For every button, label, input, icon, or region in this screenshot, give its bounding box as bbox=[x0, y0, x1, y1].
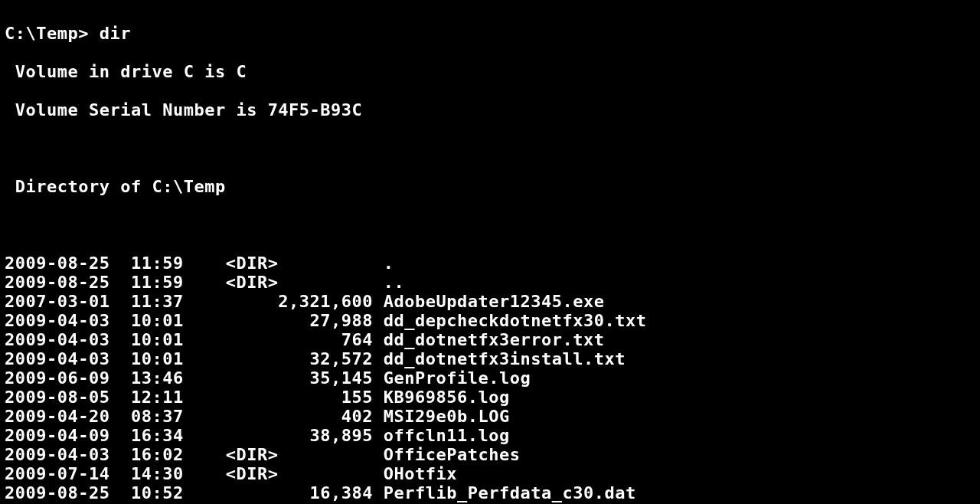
listing-row: 2009-07-14 14:30 <DIR> OHotfix bbox=[5, 464, 975, 483]
serial-line: Volume Serial Number is 74F5-B93C bbox=[5, 100, 975, 119]
typed-command: dir bbox=[100, 24, 131, 43]
volume-line: Volume in drive C is C bbox=[5, 62, 975, 81]
listing-row: 2009-04-03 10:01 27,988 dd_depcheckdotne… bbox=[5, 311, 975, 330]
listing-row: 2009-04-20 08:37 402 MSI29e0b.LOG bbox=[5, 407, 975, 426]
blank-line bbox=[5, 139, 975, 158]
listing-row: 2009-08-25 11:59 <DIR> . bbox=[5, 254, 975, 273]
listing-row: 2009-08-05 12:11 155 KB969856.log bbox=[5, 388, 975, 407]
terminal-output[interactable]: C:\Temp> dir Volume in drive C is C Volu… bbox=[0, 0, 980, 504]
listing-row: 2009-08-25 11:59 <DIR> .. bbox=[5, 273, 975, 292]
blank-line bbox=[5, 215, 975, 234]
listing-row: 2009-04-03 10:01 764 dd_dotnetfx3error.t… bbox=[5, 330, 975, 349]
listing-row: 2009-08-25 10:52 16,384 Perflib_Perfdata… bbox=[5, 483, 975, 502]
listing-row: 2007-03-01 11:37 2,321,600 AdobeUpdater1… bbox=[5, 292, 975, 311]
directory-of-line: Directory of C:\Temp bbox=[5, 177, 975, 196]
file-listing: 2009-08-25 11:59 <DIR> .2009-08-25 11:59… bbox=[5, 254, 975, 504]
prompt: C:\Temp> bbox=[5, 24, 100, 43]
listing-row: 2009-06-09 13:46 35,145 GenProfile.log bbox=[5, 368, 975, 388]
listing-row: 2009-04-09 16:34 38,895 offcln11.log bbox=[5, 426, 975, 445]
listing-row: 2009-04-03 16:02 <DIR> OfficePatches bbox=[5, 445, 975, 464]
command-line: C:\Temp> dir bbox=[5, 24, 975, 43]
listing-row: 2009-04-03 10:01 32,572 dd_dotnetfx3inst… bbox=[5, 349, 975, 368]
